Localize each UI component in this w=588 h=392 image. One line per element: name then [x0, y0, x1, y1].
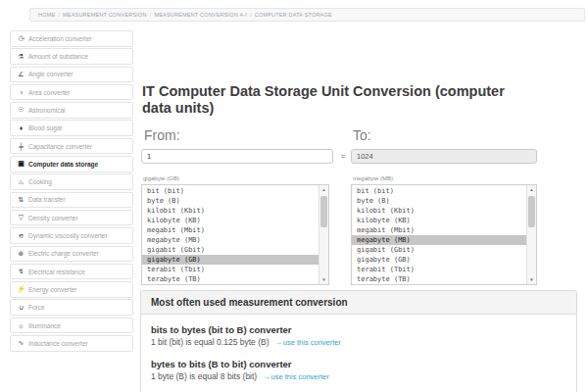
scroll-up-icon[interactable]: ▲: [527, 185, 536, 194]
unit-option[interactable]: megabit (Mbit): [352, 225, 526, 235]
magnet-icon: ∪: [17, 304, 25, 312]
breadcrumb-segment: /COMPUTER DATA STORAGE: [247, 12, 332, 18]
droplet-icon: ♦: [17, 124, 25, 131]
unit-option[interactable]: gigabyte (GB): [142, 255, 318, 265]
cooking-icon: ♨: [17, 178, 25, 186]
coil-icon: ∿: [17, 339, 25, 347]
sidebar-item[interactable]: ⚡ Energy converter: [10, 281, 133, 298]
to-label: To:: [353, 127, 371, 143]
sidebar-item-label: Electrical resistance: [28, 269, 85, 275]
unit-option[interactable]: terabyte (TB): [352, 274, 526, 284]
sidebar-item[interactable]: ♨ Cooking: [10, 173, 133, 190]
sidebar-item-label: Computer data storage: [28, 161, 98, 168]
bulb-icon: ☼: [17, 322, 25, 329]
scroll-up-icon[interactable]: ▲: [319, 185, 328, 194]
sidebar-item-label: Cooking: [28, 178, 52, 185]
to-unit-label: megabyte (MB): [353, 175, 393, 181]
breadcrumb-link[interactable]: MEASUREMENT CONVERSION A-I: [154, 12, 247, 18]
breadcrumb-link[interactable]: HOME: [38, 12, 55, 18]
unit-option[interactable]: byte (B): [352, 196, 526, 206]
scrollbar-thumb[interactable]: [528, 196, 535, 227]
unit-option[interactable]: terabit (Tbit): [142, 265, 318, 274]
sidebar-item[interactable]: ⚗ Amount of substance: [10, 48, 133, 65]
energy-icon: ⚡: [17, 285, 25, 293]
breadcrumb-link[interactable]: COMPUTER DATA STORAGE: [255, 12, 332, 18]
sidebar-item[interactable]: ⇅ Data transfer: [10, 192, 133, 209]
unit-option[interactable]: petabit (Pbit): [352, 284, 526, 285]
sidebar-item-label: Acceleration converter: [28, 35, 92, 42]
from-value-input[interactable]: [141, 149, 333, 164]
sidebar-item[interactable]: ▣ Computer data storage: [10, 156, 133, 172]
breadcrumb-segment: /MEASUREMENT CONVERSION A-I: [147, 12, 247, 18]
unit-option[interactable]: terabit (Tbit): [352, 265, 526, 274]
sidebar-item[interactable]: ∪ Force: [10, 299, 133, 316]
conversion-entry: bits to bytes (bit to B) converter 1 bit…: [151, 323, 566, 349]
capacitor-icon: ╪: [17, 143, 25, 150]
sidebar-item-label: Illuminance: [28, 322, 61, 329]
map-pin-icon: ♀: [17, 89, 25, 96]
sidebar-item-label: Capacitance converter: [28, 143, 92, 150]
conversion-entry-description: 1 bit (bit) is equal 0.125 byte (B): [151, 337, 271, 347]
from-list-scrollbar[interactable]: ▲ ▼: [318, 185, 328, 284]
sidebar-item[interactable]: ♦ Blood sugar: [10, 120, 133, 136]
sidebar-item-label: Dynamic viscosity converter: [28, 232, 108, 239]
sidebar-item-label: Energy converter: [28, 286, 77, 293]
scroll-down-icon[interactable]: ▼: [319, 275, 328, 284]
sidebar-item[interactable]: ≋ Dynamic viscosity converter: [10, 227, 133, 244]
breadcrumb-separator: /: [55, 12, 63, 18]
resistance-icon: ↯: [17, 268, 25, 275]
sidebar-item[interactable]: ╪ Capacitance converter: [10, 138, 133, 155]
sidebar-item[interactable]: ∿ Inductance converter: [10, 335, 133, 352]
page: HOME /MEASUREMENT CONVERSION /MEASUREMEN…: [0, 0, 588, 392]
breadcrumb-segment: /MEASUREMENT CONVERSION: [55, 12, 146, 18]
sidebar-item-label: Density converter: [28, 215, 78, 221]
unit-option[interactable]: kilobit (Kbit): [142, 206, 318, 216]
sidebar-item-label: Force: [28, 304, 45, 311]
unit-option[interactable]: gigabit (Gbit): [142, 245, 318, 255]
sidebar-item[interactable]: ☉ Astronomical: [10, 102, 133, 119]
sidebar-item-label: Angle converter: [28, 71, 74, 77]
unit-option[interactable]: kilobyte (KB): [352, 216, 526, 225]
sidebar-item[interactable]: ⊛ Electric charge converter: [10, 246, 133, 263]
unit-option[interactable]: megabyte (MB): [142, 235, 318, 245]
conversion-entry: bytes to bits (B to bit) converter 1 byt…: [151, 358, 566, 383]
unit-option[interactable]: kilobyte (KB): [142, 216, 318, 225]
to-list-scrollbar[interactable]: ▲ ▼: [526, 185, 536, 284]
conversion-entry-title: bits to bytes (bit to B) converter: [151, 323, 566, 336]
unit-option[interactable]: bit (bit): [142, 186, 318, 196]
sidebar-item-label: Data transfer: [28, 196, 66, 203]
unit-option[interactable]: byte (B): [142, 196, 318, 206]
angle-icon: ∠: [17, 71, 25, 78]
sidebar-item[interactable]: ▽ Density converter: [10, 210, 133, 226]
use-this-converter-link[interactable]: use this converter: [283, 338, 341, 347]
sidebar-item[interactable]: ♀ Area converter: [10, 84, 133, 101]
flask-icon: ⚗: [17, 53, 25, 61]
unit-option[interactable]: terabyte (TB): [142, 274, 318, 284]
unit-option[interactable]: megabit (Mbit): [142, 225, 318, 235]
page-title: IT Computer Data Storage Unit Conversion…: [142, 83, 514, 117]
unit-option[interactable]: petabit (Pbit): [142, 284, 318, 285]
sidebar-item[interactable]: ☼ Illuminance: [10, 318, 133, 334]
sidebar-item[interactable]: ◷ Acceleration converter: [10, 30, 133, 47]
sidebar-item[interactable]: ∠ Angle converter: [10, 67, 133, 83]
unit-option[interactable]: megabyte (MB): [352, 235, 526, 245]
link-arrow-icon: →: [263, 372, 270, 381]
sidebar-item[interactable]: ↯ Electrical resistance: [10, 264, 133, 280]
use-this-converter-link[interactable]: use this converter: [271, 372, 329, 381]
gauge-icon: ◷: [17, 34, 25, 42]
breadcrumb-link[interactable]: MEASUREMENT CONVERSION: [63, 12, 147, 18]
conversion-entry-description: 1 byte (B) is equal 8 bits (bit): [151, 371, 260, 381]
unit-option[interactable]: gigabyte (GB): [352, 255, 526, 265]
breadcrumb-separator: /: [247, 12, 255, 18]
to-value-input[interactable]: [351, 149, 537, 164]
sidebar-item-label: Area converter: [28, 89, 71, 96]
unit-option[interactable]: gigabit (Gbit): [352, 245, 526, 255]
scrollbar-thumb[interactable]: [320, 196, 327, 227]
scroll-down-icon[interactable]: ▼: [527, 275, 536, 284]
most-used-header: Most often used measurement conversion: [141, 291, 576, 315]
unit-option[interactable]: kilobit (Kbit): [352, 206, 526, 216]
conversion-entry-title: bytes to bits (B to bit) converter: [151, 358, 566, 370]
computer-storage-icon: ▣: [17, 160, 25, 168]
unit-option[interactable]: bit (bit): [352, 186, 526, 196]
sidebar-item-label: Electric charge converter: [28, 250, 99, 257]
